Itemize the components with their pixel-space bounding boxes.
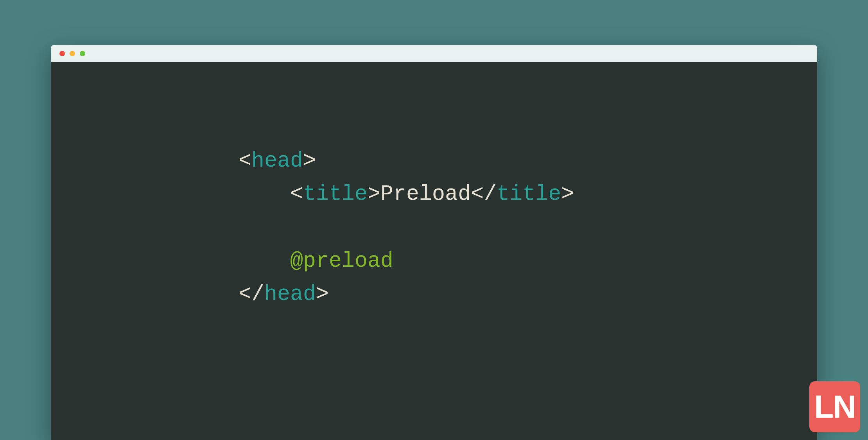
logo-badge: LN (809, 381, 860, 432)
angle-bracket: > (316, 282, 329, 307)
indent (239, 249, 290, 273)
angle-bracket: > (368, 182, 380, 207)
preload-directive: @preload (290, 249, 393, 273)
tag-head-close: head (264, 282, 316, 307)
window-titlebar (51, 45, 817, 62)
code-line-4: @preload (239, 249, 393, 273)
tag-head: head (251, 149, 303, 173)
code-line-5: </head> (239, 282, 329, 307)
angle-bracket: </ (239, 282, 264, 307)
code-line-2: <title>Preload</title> (239, 182, 574, 207)
editor-window: <head> <title>Preload</title> @preload <… (51, 45, 817, 440)
tag-title-close: title (497, 182, 561, 207)
angle-bracket: > (561, 182, 574, 207)
code-line-1: <head> (239, 149, 316, 173)
maximize-icon[interactable] (80, 51, 85, 56)
indent (239, 182, 290, 207)
logo-text: LN (814, 391, 855, 423)
minimize-icon[interactable] (70, 51, 75, 56)
code-block: <head> <title>Preload</title> @preload <… (51, 62, 817, 311)
angle-bracket: < (290, 182, 303, 207)
tag-title: title (303, 182, 368, 207)
close-icon[interactable] (59, 51, 65, 56)
title-text: Preload (380, 182, 471, 207)
angle-bracket: > (303, 149, 316, 173)
angle-bracket: < (239, 149, 251, 173)
angle-bracket: </ (471, 182, 497, 207)
